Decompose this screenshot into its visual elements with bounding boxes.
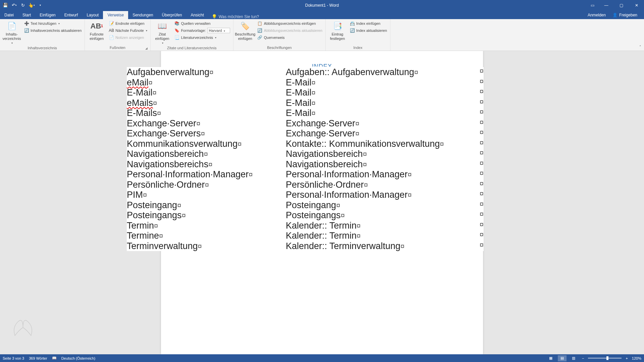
index-entries-table[interactable]: Aufgabenverwaltung¤Aufgaben:: Aufgabenve…	[127, 67, 484, 251]
language-indicator[interactable]: Deutsch (Österreich)	[61, 356, 95, 360]
group-toc: 📄 Inhalts- verzeichnis ▾ ➕ Text hinzufüg…	[0, 19, 85, 51]
update-index-button[interactable]: 🔄 Index aktualisieren	[348, 27, 388, 34]
index-row[interactable]: Navigationsbereich¤Navigationsbereich¤¤	[127, 149, 484, 159]
ribbon-display-options-button[interactable]: ▭	[587, 1, 597, 9]
index-row[interactable]: Posteingangs¤Posteingangs¤¤	[127, 210, 484, 221]
word-count[interactable]: 369 Wörter	[29, 356, 47, 360]
manage-sources-button[interactable]: 📚 Quellen verwalten	[173, 20, 231, 27]
chevron-down-icon: ▾	[146, 29, 147, 32]
tell-me-placeholder: Was möchten Sie tun?	[219, 14, 259, 19]
next-footnote-label: Nächste Fußnote	[115, 28, 144, 33]
index-target: Personal·Information·Manager¤	[286, 190, 474, 200]
tab-file[interactable]: Datei	[0, 11, 18, 19]
undo-button[interactable]: ↶▾	[10, 1, 18, 9]
update-toc-button[interactable]: 🔄 Inhaltsverzeichnis aktualisieren	[23, 27, 83, 34]
index-row[interactable]: Navigationsbereichs¤Navigationsbereich¤¤	[127, 159, 484, 170]
crossreference-button[interactable]: 🔗 Querverweis	[256, 34, 323, 41]
add-text-button[interactable]: ➕ Text hinzufügen ▾	[23, 20, 83, 27]
document-area[interactable]: INDEX Aufgabenverwaltung¤Aufgaben:: Aufg…	[0, 51, 644, 354]
tab-view[interactable]: Ansicht	[186, 11, 208, 19]
row-end-mark: ¤	[474, 118, 484, 129]
sign-in-link[interactable]: Anmelden	[584, 11, 609, 19]
insert-footnote-button[interactable]: AB1 Fußnote einfügen	[87, 20, 106, 42]
save-button[interactable]: 💾	[1, 1, 9, 9]
index-row[interactable]: Termine¤Kalender:: Termin¤¤	[127, 231, 484, 241]
group-label-toc: Inhaltsverzeichnis	[2, 46, 83, 50]
bibliography-button[interactable]: 📃 Literaturverzeichnis ▾	[173, 34, 231, 41]
index-row[interactable]: Aufgabenverwaltung¤Aufgaben:: Aufgabenve…	[127, 67, 484, 77]
citation-style-select[interactable]: Harvard ▾	[207, 28, 230, 33]
tab-design[interactable]: Entwurf	[60, 11, 83, 19]
index-row[interactable]: E-Mails¤E-Mail¤¤	[127, 108, 484, 118]
index-row[interactable]: Persönliche·Ordner¤Persönliche·Ordner¤¤	[127, 180, 484, 190]
tell-me-search[interactable]: 💡 Was möchten Sie tun?	[208, 14, 262, 19]
zoom-level[interactable]: 120%	[632, 356, 641, 360]
index-row[interactable]: Exchange·Servers¤Exchange·Server¤¤	[127, 128, 484, 139]
tab-layout[interactable]: Layout	[82, 11, 103, 19]
index-term: Personal·Information·Manager¤	[127, 169, 286, 180]
index-row[interactable]: eMails¤E-Mail¤¤	[127, 98, 484, 108]
zoom-out-button[interactable]: −	[581, 356, 585, 360]
row-end-mark: ¤	[474, 108, 484, 118]
insert-index-label: Index einfügen	[356, 21, 380, 25]
read-mode-button[interactable]: ▦	[546, 355, 555, 361]
share-icon: 👤	[612, 13, 618, 17]
page-indicator[interactable]: Seite 3 von 3	[3, 356, 24, 360]
tab-start[interactable]: Start	[18, 11, 35, 19]
minimize-button[interactable]: —	[599, 1, 614, 9]
zoom-slider[interactable]	[588, 358, 622, 359]
index-row[interactable]: Exchange·Server¤Exchange·Server¤¤	[127, 118, 484, 129]
window-controls: ▭ — ▢ ✕	[587, 1, 644, 9]
index-row[interactable]: E-Mail¤E-Mail¤¤	[127, 87, 484, 98]
index-target: Kalender:: Terminverwaltung¤	[286, 241, 474, 251]
tab-review[interactable]: Überprüfen	[158, 11, 186, 19]
index-target: Kalender:: Termin¤	[286, 221, 474, 231]
zoom-in-button[interactable]: +	[624, 356, 629, 360]
row-end-mark: ¤	[474, 159, 484, 170]
redo-button[interactable]: ↻	[19, 1, 27, 9]
index-target: Posteingangs¤	[286, 210, 474, 221]
tab-references[interactable]: Verweise	[103, 11, 128, 19]
collapse-ribbon-button[interactable]: ˄	[639, 45, 641, 49]
group-label-citations: Zitate und Literaturverzeichnis	[153, 46, 231, 50]
show-notes-button[interactable]: 📄 Notizen anzeigen	[108, 34, 148, 41]
close-button[interactable]: ✕	[629, 1, 644, 9]
index-row[interactable]: Personal·Information·Manager¤Personal·In…	[127, 169, 484, 180]
group-footnotes: AB1 Fußnote einfügen 📝 Endnote einfügen …	[85, 19, 150, 51]
insert-caption-button[interactable]: 🏷️ Beschriftung einfügen	[235, 20, 255, 42]
zoom-slider-thumb[interactable]	[606, 356, 608, 360]
index-term: eMails¤	[127, 98, 286, 108]
insert-endnote-button[interactable]: 📝 Endnote einfügen	[108, 20, 148, 27]
mark-entry-button[interactable]: 📑 Eintrag festlegen	[328, 20, 347, 42]
tab-mailings[interactable]: Sendungen	[128, 11, 157, 19]
watermark-logo	[9, 314, 37, 341]
print-layout-button[interactable]: ▤	[558, 355, 567, 361]
index-target: E-Mail¤	[286, 98, 474, 108]
row-end-mark: ¤	[474, 139, 484, 149]
spellcheck-icon[interactable]: 📖	[52, 356, 57, 360]
index-term: eMail¤	[127, 77, 286, 88]
maximize-button[interactable]: ▢	[614, 1, 629, 9]
tab-insert[interactable]: Einfügen	[35, 11, 60, 19]
index-row[interactable]: Kommunikationsverwaltung¤Kontakte:: Komm…	[127, 139, 484, 149]
index-row[interactable]: PIM¤Personal·Information·Manager¤¤	[127, 190, 484, 200]
chevron-down-icon: ▾	[11, 42, 13, 45]
update-figures-button[interactable]: 🔄 Abbildungsverzeichnis aktualisieren	[256, 27, 323, 34]
share-button[interactable]: 👤 Freigeben	[609, 11, 641, 19]
qat-customize-button[interactable]: ▾	[36, 1, 44, 9]
toc-button[interactable]: 📄 Inhalts- verzeichnis ▾	[2, 20, 21, 46]
web-layout-button[interactable]: ▥	[569, 355, 578, 361]
insert-index-button[interactable]: 📇 Index einfügen	[348, 20, 388, 27]
index-row[interactable]: Termin¤Kalender:: Termin¤¤	[127, 221, 484, 231]
dialog-launcher-icon[interactable]: ◢	[145, 47, 148, 50]
index-row[interactable]: eMail¤E-Mail¤¤	[127, 77, 484, 88]
index-row[interactable]: Posteingang¤Posteingang¤¤	[127, 200, 484, 210]
next-footnote-button[interactable]: AB Nächste Fußnote ▾	[108, 27, 148, 34]
add-text-icon: ➕	[24, 21, 29, 26]
insert-citation-button[interactable]: 📖 Zitat einfügen ▾	[153, 20, 172, 46]
insert-figures-button[interactable]: 📋 Abbildungsverzeichnis einfügen	[256, 20, 323, 27]
index-row[interactable]: Terminverwaltung¤Kalender:: Terminverwal…	[127, 241, 484, 251]
touch-mode-button[interactable]: 👆▾	[28, 1, 36, 9]
index-target: Navigationsbereich¤	[286, 149, 474, 159]
mark-entry-icon: 📑	[332, 21, 343, 32]
